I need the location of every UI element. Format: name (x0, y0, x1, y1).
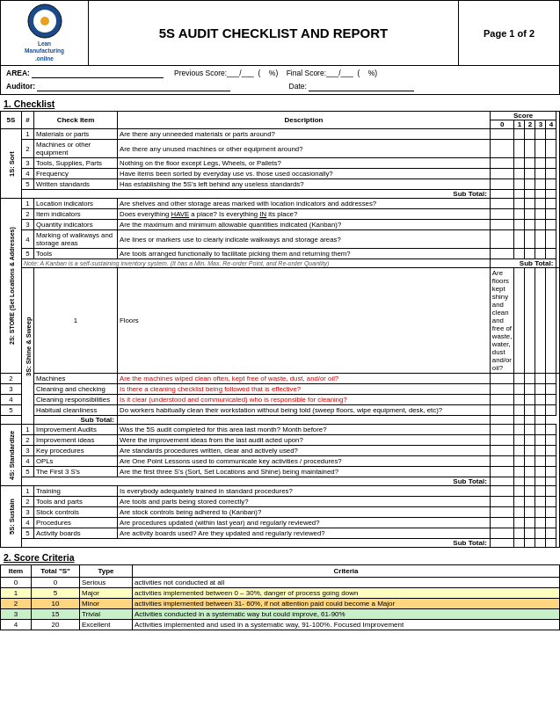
table-row: 3 Key procedures Are standards procedure… (1, 446, 560, 456)
criteria-header-type: Type (80, 565, 133, 578)
table-row: 4 Cleaning responsibilities Is it clear … (1, 395, 560, 405)
table-row: 1S: Sort 1 Materials or parts Are there … (1, 129, 560, 140)
table-row: 4S: Standardize 1 Improvement Audits Was… (1, 425, 560, 435)
info-row1: AREA: Previous Score:___/___ ( %) Final … (1, 66, 560, 80)
table-row: 2 Tools and parts Are tools and parts be… (1, 497, 560, 507)
criteria-row-1: 1 5 Major activities implemented between… (1, 588, 560, 599)
s1-label: 1S: Sort (1, 129, 22, 199)
table-row: 4 Procedures Are procedures updated (wit… (1, 518, 560, 528)
table-row: 3 Quantity indicators Are the maximum an… (1, 220, 560, 230)
s5-label: 5S: Sustain (1, 486, 22, 548)
col-header-check: Check Item (34, 112, 118, 129)
logo-icon (27, 4, 62, 39)
page-title: 5S AUDIT CHECKLIST AND REPORT (159, 25, 389, 40)
info-row2: Auditor: Date: (1, 80, 560, 95)
table-row: 3 Stock controls Are stock controls bein… (1, 507, 560, 518)
col-header-desc: Description (118, 112, 491, 129)
criteria-row-2: 2 10 Minor activities implemented betwee… (1, 599, 560, 609)
area-label: AREA: (6, 69, 30, 77)
table-row: 2 Improvement ideas Were the improvement… (1, 435, 560, 446)
s4-label: 4S: Standardize (1, 425, 22, 486)
table-row: 4 OPLs Are One Point Lessons used to com… (1, 456, 560, 467)
s1-row1-num: 1 (22, 129, 34, 140)
svg-rect-4 (43, 33, 46, 37)
score-col-3: 3 (535, 120, 546, 129)
svg-point-2 (40, 17, 49, 25)
prev-score-label: Previous Score: (174, 69, 227, 77)
table-row: 4 Marking of walkways and storage areas … (1, 230, 560, 249)
table-row: 2 Item indicators Does everything HAVE a… (1, 209, 560, 220)
s3-label: 3S: Shine & Sweep (22, 268, 34, 425)
s1-row1-s4 (546, 129, 556, 140)
auditor-label: Auditor: (6, 82, 35, 91)
s1-row1-s1 (514, 129, 525, 140)
score-col-1: 1 (514, 120, 525, 129)
score-col-4: 4 (546, 120, 556, 129)
s4-subtotal-row: Sub Total: (1, 477, 560, 486)
score-col-0: 0 (490, 120, 514, 129)
header-title-cell: 5S AUDIT CHECKLIST AND REPORT (89, 1, 459, 66)
logo-cell: Lean Manufacturing .online (1, 1, 89, 66)
s1-row1-s0 (490, 129, 514, 140)
table-row: 3 Tools, Supplies, Parts Nothing on the … (1, 158, 560, 169)
s5-subtotal-row: Sub Total: (1, 539, 560, 548)
s1-row1-desc: Are there any unneeded materials or part… (118, 129, 491, 140)
s1-subtotal-row: Sub Total: (1, 190, 560, 199)
table-row: 5 The First 3 S's Are the first three S'… (1, 467, 560, 477)
criteria-row-4: 4 20 Excellent Activities implemented an… (1, 620, 560, 630)
col-header-num: # (22, 112, 34, 129)
table-row: 5 Habitual cleanliness Do workers habitu… (1, 405, 560, 416)
table-row: 5 Written standards Has establishing the… (1, 179, 560, 190)
table-row: 4 Frequency Have items been sorted by ev… (1, 169, 560, 179)
criteria-title: 2. Score Criteria (0, 548, 560, 564)
logo-text: Lean Manufacturing .online (4, 40, 85, 62)
criteria-table: Item Total "S" Type Criteria 0 0 Serious… (0, 564, 560, 630)
criteria-header-criteria: Criteria (133, 565, 560, 578)
table-row: 2S: STORE (Set Locations & Addresses) 1 … (1, 199, 560, 209)
checklist-title: 1. Checklist (0, 95, 560, 111)
score-col-2: 2 (525, 120, 535, 129)
table-row: 3S: Shine & Sweep 1 Floors Are floors ke… (1, 268, 560, 374)
col-header-5s: 5S (1, 112, 22, 129)
s1-row1-s2 (525, 129, 535, 140)
criteria-header-total: Total "S" (32, 565, 80, 578)
checklist-table: 5S # Check Item Description Score 0 1 2 … (0, 111, 560, 548)
table-row: 3 Cleaning and checking Is there a clean… (1, 384, 560, 395)
final-score-label: Final Score: (287, 69, 326, 77)
s1-row1-s3 (535, 129, 546, 140)
s2-note-row: Note: A Kanban is a self-sustaining inve… (1, 259, 560, 268)
svg-rect-5 (29, 20, 33, 23)
criteria-row-0: 0 0 Serious activities not conducted at … (1, 578, 560, 588)
page-number: Page 1 of 2 (484, 28, 535, 39)
table-row: 5 Tools Are tools arranged functionally … (1, 249, 560, 259)
s1-row1-check: Materials or parts (34, 129, 118, 140)
criteria-row-3: 3 15 Trivial Activities conducted in a s… (1, 609, 560, 620)
page-number-cell: Page 1 of 2 (459, 1, 560, 66)
s2-label: 2S: STORE (Set Locations & Addresses) (1, 199, 22, 374)
col-header-score: Score (490, 112, 556, 120)
criteria-header-item: Item (1, 565, 32, 578)
date-label: Date: (289, 82, 307, 91)
s3-subtotal-row: Sub Total: (1, 416, 560, 425)
table-row: 5S: Sustain 1 Training Is everybody adeq… (1, 486, 560, 497)
svg-rect-3 (43, 5, 46, 10)
table-row: 5 Activity boards Are activity boards us… (1, 528, 560, 539)
table-row: 2 Machines Are the machines wiped clean … (1, 374, 560, 384)
svg-rect-6 (56, 20, 61, 23)
table-row: 2 Machines or other equipment Are there … (1, 140, 560, 158)
